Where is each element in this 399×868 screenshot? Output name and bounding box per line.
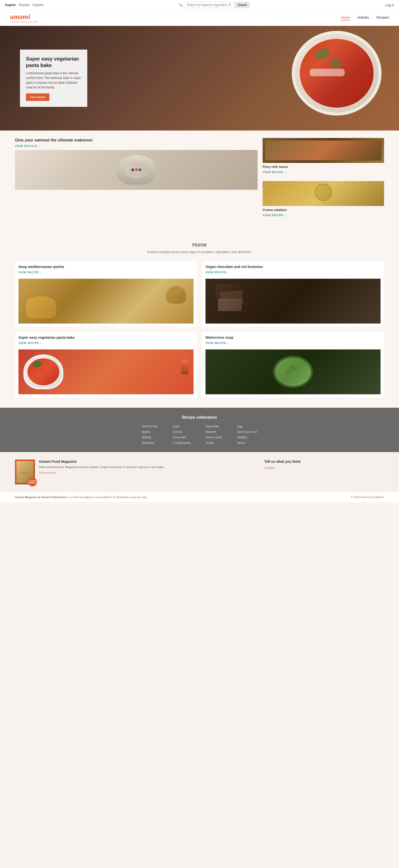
hero-view-recipe-button[interactable]: View recipe (26, 93, 49, 101)
collection-baked[interactable]: Baked (142, 430, 158, 434)
collection-cake[interactable]: Cake (173, 425, 191, 428)
collection-dessert[interactable]: Dessert (206, 430, 222, 434)
collection-alcohol-free[interactable]: Alcohol free (142, 425, 158, 428)
lang-spanish[interactable]: Español (33, 3, 44, 7)
recipe-soup-title: Watercress soup (205, 336, 380, 339)
collection-herbs[interactable]: Herbs (237, 441, 257, 444)
logo: umami FOOD MAGAZINE (10, 13, 39, 23)
nav-recipes[interactable]: Recipes (376, 16, 389, 21)
crema-title: Crema catalana (263, 208, 384, 212)
collection-grow-your-own[interactable]: Grow your own (237, 430, 257, 434)
recipe-brownies-title: Vegan chocolate and nut brownies (205, 265, 380, 269)
recipe-pasta-link[interactable]: VIEW RECIPE › (19, 341, 41, 344)
collections-grid: Alcohol free Baked Baking Breakfast Cake… (15, 425, 384, 444)
contact-link[interactable]: Contact (264, 466, 275, 470)
recipe-card-brownies: Vegan chocolate and nut brownies VIEW RE… (202, 261, 384, 327)
recipe-soup-link[interactable]: VIEW RECIPE › (205, 341, 228, 344)
collections-col-4: Egg Grow your own Healthy Herbs (237, 425, 257, 444)
collection-carrots[interactable]: Carrots (173, 430, 191, 434)
magazine-title: Umami Food Magazine (39, 460, 164, 464)
feature-section: Give your oatmeal the ultimate makeover … (0, 130, 399, 231)
feature-main-title: Give your oatmeal the ultimate makeover (15, 138, 258, 143)
language-selector: English Russian Español (5, 3, 44, 7)
crema-link[interactable]: VIEW RECIPE › (263, 214, 286, 217)
magazine-section: umami 3 ISSUE BUNDLE! Umami Food Magazin… (15, 460, 254, 485)
recipe-pasta-image (19, 349, 194, 394)
collection-egg[interactable]: Egg (237, 425, 257, 428)
magazine-cover: umami 3 ISSUE BUNDLE! (15, 460, 35, 485)
hero-section: Super easy vegetarian pasta bake A whole… (0, 26, 399, 130)
hero-content: Super easy vegetarian pasta bake A whole… (20, 50, 87, 107)
nav-articles[interactable]: Articles (358, 16, 369, 21)
collection-baking[interactable]: Baking (142, 436, 158, 439)
magazine-description: Skills and know-how. Magazine exclusive … (39, 465, 164, 469)
nav-home[interactable]: Home (341, 16, 350, 21)
hero-description: A wholesome pasta bake is the ultimate c… (26, 71, 81, 90)
collections-col-1: Alcohol free Baked Baking Breakfast (142, 425, 158, 444)
collection-cocktail-party[interactable]: Cocktail party (173, 441, 191, 444)
collections-col-3: Dairy-free Dessert Dinner party Drinks (206, 425, 222, 444)
recipe-card-quiche: Deep mediterranean quiche VIEW RECIPE › (15, 261, 197, 327)
search-bar: 🔍 Search (179, 2, 250, 8)
recipe-card-pasta: Super easy vegetarian pasta bake VIEW RE… (15, 332, 197, 398)
home-section: Home Explore recipes across every type o… (0, 231, 399, 408)
collection-dinner-party[interactable]: Dinner party (206, 436, 222, 439)
lang-english[interactable]: English (5, 3, 16, 7)
tell-section: Tell us what you think Contact (264, 460, 384, 470)
feature-side: Fiery chili sauce VIEW RECIPE › Crema ca… (263, 138, 384, 224)
recipe-soup-image (205, 349, 380, 394)
recipe-grid: Deep mediterranean quiche VIEW RECIPE › … (15, 261, 384, 398)
main-nav: umami FOOD MAGAZINE Home Articles Recipe… (0, 10, 399, 26)
logo-subtitle: FOOD MAGAZINE (10, 21, 39, 23)
site-footer: Umami Magazine & Umami Publications is a… (0, 492, 399, 502)
recipe-brownies-link[interactable]: VIEW RECIPE › (205, 271, 228, 274)
logo-text: umami (10, 13, 39, 21)
recipe-quiche-image (19, 279, 194, 323)
side-card-crema: Crema catalana VIEW RECIPE › (263, 181, 384, 219)
collection-dairy-free[interactable]: Dairy-free (206, 425, 222, 428)
login-link[interactable]: Log in (385, 3, 394, 7)
crema-image (263, 181, 384, 206)
recipe-quiche-link[interactable]: VIEW RECIPE › (19, 271, 41, 274)
copyright-company: Umami Magazine & Umami Publications (15, 496, 67, 499)
home-section-title: Home (15, 242, 384, 248)
side-card-chili: Fiery chili sauce VIEW RECIPE › (263, 138, 384, 176)
nav-links: Home Articles Recipes (341, 16, 389, 21)
lang-russian[interactable]: Russian (19, 3, 29, 7)
home-section-subtitle: Explore recipes across every type of occ… (15, 250, 384, 254)
recipe-pasta-title: Super easy vegetarian pasta bake (19, 336, 194, 339)
search-icon: 🔍 (179, 3, 183, 7)
recipe-quiche-title: Deep mediterranean quiche (19, 265, 194, 269)
feature-main-link[interactable]: VIEW ARTICLE › (15, 145, 40, 148)
collection-breakfast[interactable]: Breakfast (142, 441, 158, 444)
copyright-disclaimer: is a fictional magazine and publisher fo… (68, 496, 147, 499)
magazine-link[interactable]: Find out more (39, 471, 56, 474)
bottom-footer: umami 3 ISSUE BUNDLE! Umami Food Magazin… (0, 452, 399, 492)
collection-chocolate[interactable]: Chocolate (173, 436, 191, 439)
recipe-card-soup: Watercress soup VIEW RECIPE › (202, 332, 384, 398)
magazine-info: Umami Food Magazine Skills and know-how.… (39, 460, 164, 474)
collection-healthy[interactable]: Healthy (237, 436, 257, 439)
collections-col-2: Cake Carrots Chocolate Cocktail party (173, 425, 191, 444)
collection-drinks[interactable]: Drinks (206, 441, 222, 444)
recipe-brownies-image (205, 279, 380, 323)
chili-title: Fiery chili sauce (263, 165, 384, 168)
collections-section: Recipe collections Alcohol free Baked Ba… (0, 408, 399, 452)
top-bar: English Russian Español 🔍 Search Log in (0, 0, 399, 10)
chili-link[interactable]: VIEW RECIPE › (263, 170, 286, 174)
terms-text: © 2019 Terms & Conditions (351, 496, 384, 499)
search-button[interactable]: Search (235, 2, 250, 8)
copyright-text: Umami Magazine & Umami Publications is a… (15, 496, 147, 499)
search-input[interactable] (184, 2, 234, 8)
magazine-badge: 3 ISSUE BUNDLE! (28, 477, 37, 487)
hero-food-image (292, 31, 387, 126)
chili-image (263, 138, 384, 163)
feature-main: Give your oatmeal the ultimate makeover … (15, 138, 258, 190)
feature-main-image (15, 150, 258, 190)
collections-title: Recipe collections (15, 415, 384, 420)
tell-title: Tell us what you think (264, 460, 384, 464)
hero-title: Super easy vegetarian pasta bake (26, 56, 81, 68)
